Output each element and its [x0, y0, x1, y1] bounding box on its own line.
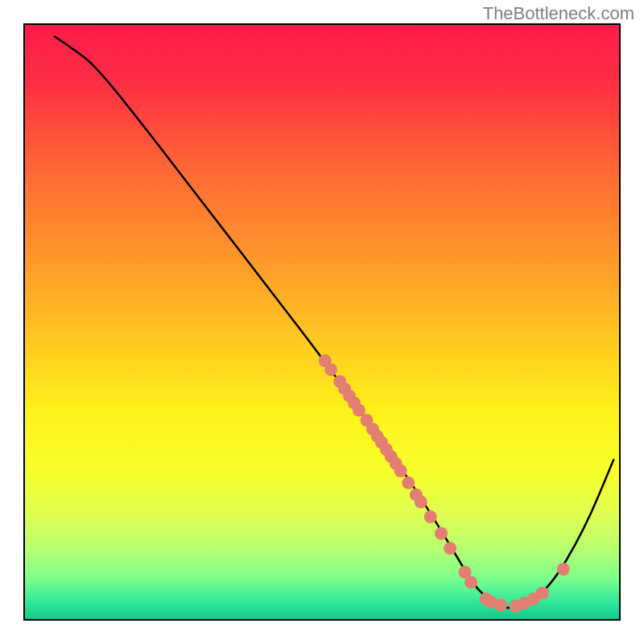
bottleneck-chart: TheBottleneck.com [0, 0, 644, 644]
plot-background [24, 24, 620, 620]
curve-marker [557, 563, 570, 576]
curve-marker [444, 542, 456, 555]
curve-marker [402, 477, 415, 489]
curve-marker [494, 599, 507, 612]
curve-marker [536, 587, 549, 600]
curve-marker [353, 404, 365, 417]
attribution-label: TheBottleneck.com [483, 3, 634, 24]
curve-marker [394, 464, 407, 477]
curve-marker [435, 527, 448, 540]
curve-marker [324, 363, 337, 376]
curve-marker [424, 510, 437, 523]
curve-marker [464, 576, 477, 588]
curve-marker [415, 496, 427, 509]
chart-svg [0, 0, 644, 644]
